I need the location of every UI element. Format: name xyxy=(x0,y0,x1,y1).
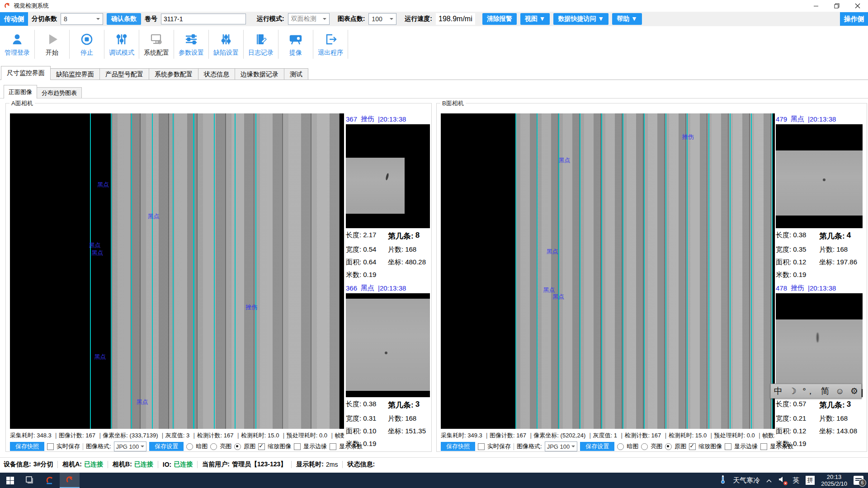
defect-stats: 长度:0.57 第几条:3 宽度:0.21 片数:168 面积:0.12 坐标:… xyxy=(776,400,863,448)
start-button[interactable]: 开始 xyxy=(35,30,70,59)
tab-product-model-config[interactable]: 产品型号配置 xyxy=(99,68,149,80)
image-format-select[interactable]: JPG 100 xyxy=(114,441,147,451)
subtab-divider xyxy=(0,98,868,99)
camera-a-conn-label: 相机A: xyxy=(62,460,82,469)
notification-center-icon[interactable]: 6 xyxy=(854,476,863,485)
run-mode-select[interactable]: 双面检测 xyxy=(288,13,330,25)
camera-b-title: B面相机 xyxy=(440,99,466,108)
drive-side-button[interactable]: 传动侧 xyxy=(0,12,28,26)
weather-text[interactable]: 天气寒冷 xyxy=(733,476,760,485)
system-tray: 天气寒冷 英 拼 20:13 2025/2/10 6 xyxy=(719,474,868,487)
camera-b-controls: 保存快照 实时保存 图像格式: JPG 100 保存设置 暗图 亮图 原图 缩放… xyxy=(441,441,793,451)
show-edge-checkbox[interactable] xyxy=(725,443,731,450)
confirm-count-button[interactable]: 确认条数 xyxy=(107,13,141,25)
volume-muted-icon[interactable] xyxy=(778,476,786,485)
bright-image-radio[interactable] xyxy=(210,443,217,450)
realtime-save-checkbox[interactable] xyxy=(478,443,485,450)
clear-alarm-button[interactable]: 清除报警 xyxy=(482,13,517,25)
camera-a-conn-status: 已连接 xyxy=(84,460,103,469)
tab-system-param-config[interactable]: 系统参数配置 xyxy=(149,68,198,80)
device-status-bar: 设备信息: 3#分切 相机A: 已连接 相机B: 已连接 IO: 已连接 当前用… xyxy=(0,457,868,471)
admin-login-button[interactable]: 管理登录 xyxy=(0,30,35,59)
system-config-button[interactable]: 系统配置 xyxy=(139,30,174,59)
zoom-image-checkbox[interactable] xyxy=(689,443,696,450)
original-image-radio[interactable] xyxy=(665,443,672,450)
subtab-front-image[interactable]: 正面图像 xyxy=(4,85,37,99)
ime-bar-item[interactable]: ☺ xyxy=(835,387,844,395)
save-snapshot-button[interactable]: 保存快照 xyxy=(10,442,44,451)
slit-count-label: 分切条数 xyxy=(32,15,57,23)
chart-points-select[interactable]: 100 xyxy=(368,13,396,25)
slit-count-select[interactable]: 8 xyxy=(61,13,103,25)
divider xyxy=(514,443,514,450)
dark-image-radio[interactable] xyxy=(617,443,624,450)
original-image-radio[interactable] xyxy=(234,443,241,450)
roll-number-input[interactable]: 3117-1 xyxy=(161,14,246,24)
device-info-label: 设备信息: xyxy=(4,460,31,469)
chart-points-label: 图表点数: xyxy=(338,15,365,23)
log-record-button[interactable]: 日志记录 xyxy=(244,30,278,59)
tab-test[interactable]: 测试 xyxy=(284,68,308,80)
capture-image-button[interactable]: 提像 xyxy=(278,30,313,59)
show-strips-checkbox[interactable] xyxy=(760,443,767,450)
ime-bar-item[interactable]: ⚙ xyxy=(850,387,858,395)
help-menu-button[interactable]: 帮助 ▼ xyxy=(612,13,642,25)
debug-mode-button[interactable]: 调试模式 xyxy=(104,30,139,59)
save-settings-button[interactable]: 保存设置 xyxy=(149,442,184,451)
minimize-button[interactable] xyxy=(806,0,826,12)
pinned-app-icon[interactable] xyxy=(40,473,60,488)
camera-a-controls: 保存快照 实时保存 图像格式: JPG 100 保存设置 暗图 亮图 原图 缩放… xyxy=(10,441,363,451)
ime-bar-item[interactable]: 简 xyxy=(821,387,829,395)
tab-edge-data-record[interactable]: 边缘数据记录 xyxy=(235,68,284,80)
io-conn-label: IO: xyxy=(163,461,171,468)
realtime-save-checkbox[interactable] xyxy=(47,443,54,450)
camera-a-title: A面相机 xyxy=(9,99,35,108)
realtime-save-label: 实时保存 xyxy=(487,442,511,450)
defect-settings-button[interactable]: 缺陷设置 xyxy=(209,30,244,59)
camera-a-status-line: 采集耗时: 348.3 ｜图像计数: 167 ｜像素坐标: (333,7139)… xyxy=(10,432,344,440)
play-icon xyxy=(44,32,60,47)
zoom-image-checkbox[interactable] xyxy=(258,443,265,450)
defect-stats: 长度:2.17 第几条:8 宽度:0.54 片数:168 面积:0.64 坐标:… xyxy=(346,231,430,279)
ime-bar-item[interactable]: ☽ xyxy=(788,387,796,395)
subtab-distribution-chart[interactable]: 分布趋势图表 xyxy=(37,87,82,99)
tool-label: 日志记录 xyxy=(248,49,274,57)
start-button[interactable] xyxy=(0,473,20,488)
tab-defect-monitor[interactable]: 缺陷监控界面 xyxy=(50,68,100,80)
maximize-button[interactable] xyxy=(826,0,847,12)
exit-program-button[interactable]: 退出程序 xyxy=(313,30,348,59)
original-image-label: 原图 xyxy=(675,442,686,450)
save-settings-button[interactable]: 保存设置 xyxy=(580,442,614,451)
divider xyxy=(197,461,198,468)
view-menu-button[interactable]: 视图 ▼ xyxy=(520,13,550,25)
data-quick-access-menu-button[interactable]: 数据快捷访问 ▼ xyxy=(553,13,609,25)
stop-button[interactable]: 停止 xyxy=(70,30,104,59)
ime-bar-item[interactable]: °， xyxy=(802,387,815,395)
operator-side-button[interactable]: 操作侧 xyxy=(840,12,868,26)
ime-language-bar[interactable]: 中☽°，简☺⚙ xyxy=(770,384,862,399)
running-app-icon[interactable] xyxy=(60,473,80,488)
defect-type: 黑点 xyxy=(791,115,804,123)
task-view-icon[interactable] xyxy=(20,473,40,488)
image-format-select[interactable]: JPG 100 xyxy=(545,441,578,451)
language-indicator[interactable]: 英 xyxy=(793,476,799,485)
ime-bar-item[interactable]: 中 xyxy=(774,387,783,395)
close-button[interactable] xyxy=(847,0,868,12)
save-snapshot-button[interactable]: 保存快照 xyxy=(441,442,475,451)
run-speed-label: 运行速度: xyxy=(405,15,432,23)
tab-status-info[interactable]: 状态信息 xyxy=(198,68,235,80)
defect-id: 366 xyxy=(346,284,357,292)
image-format-value: JPG 100 xyxy=(547,443,570,450)
run-mode-label: 运行模式: xyxy=(257,15,284,23)
parameter-settings-button[interactable]: 参数设置 xyxy=(174,30,209,59)
dark-image-radio[interactable] xyxy=(186,443,193,450)
ime-mode-indicator[interactable]: 拼 xyxy=(806,476,815,485)
show-strips-checkbox[interactable] xyxy=(330,443,336,450)
tab-size-monitor[interactable]: 尺寸监控界面 xyxy=(1,66,51,80)
bright-image-radio[interactable] xyxy=(641,443,648,450)
hidden-icons-chevron[interactable] xyxy=(766,476,772,484)
taskbar-clock[interactable]: 20:13 2025/2/10 xyxy=(821,474,847,487)
show-edge-label: 显示边缘 xyxy=(303,442,327,450)
sliders-horizontal-icon xyxy=(183,32,199,47)
show-edge-checkbox[interactable] xyxy=(294,443,301,450)
